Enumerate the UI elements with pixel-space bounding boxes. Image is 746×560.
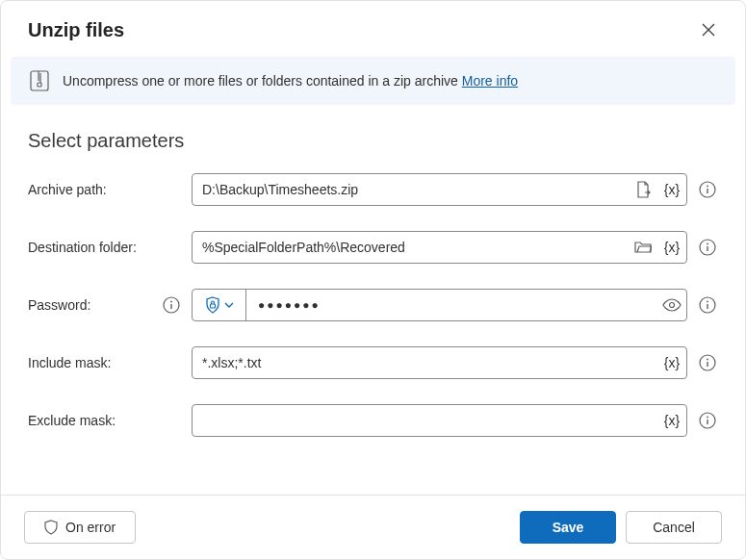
secret-type-dropdown[interactable] bbox=[193, 290, 246, 320]
section-title: Select parameters bbox=[28, 130, 718, 152]
info-button[interactable] bbox=[697, 352, 718, 373]
svg-point-7 bbox=[170, 301, 172, 303]
info-icon bbox=[699, 354, 716, 371]
folder-picker-button[interactable] bbox=[629, 232, 657, 263]
file-picker-button[interactable] bbox=[629, 174, 657, 205]
destination-input[interactable] bbox=[193, 232, 629, 263]
reveal-password-button[interactable] bbox=[657, 290, 686, 320]
svg-point-3 bbox=[707, 186, 708, 188]
zip-icon bbox=[30, 70, 49, 91]
chevron-down-icon bbox=[224, 302, 234, 308]
banner-text: Uncompress one or more files or folders … bbox=[63, 73, 518, 89]
info-button[interactable] bbox=[697, 179, 718, 200]
save-button[interactable]: Save bbox=[520, 511, 616, 544]
info-icon bbox=[699, 181, 716, 198]
svg-point-11 bbox=[707, 301, 708, 303]
variable-button[interactable]: {x} bbox=[657, 174, 686, 205]
include-mask-label: Include mask: bbox=[28, 355, 182, 370]
variable-button[interactable]: {x} bbox=[657, 347, 686, 378]
variable-button[interactable]: {x} bbox=[657, 232, 686, 263]
more-info-link[interactable]: More info bbox=[462, 73, 518, 89]
info-icon bbox=[699, 296, 716, 314]
svg-point-5 bbox=[707, 243, 708, 245]
exclude-mask-input[interactable] bbox=[193, 405, 657, 436]
close-icon bbox=[702, 23, 715, 37]
exclude-mask-label: Exclude mask: bbox=[28, 413, 182, 428]
svg-rect-1 bbox=[38, 83, 41, 87]
info-button[interactable] bbox=[161, 294, 182, 316]
password-label: Password: bbox=[28, 297, 90, 313]
svg-rect-8 bbox=[210, 304, 215, 308]
svg-point-13 bbox=[707, 359, 708, 361]
shield-icon bbox=[44, 520, 58, 535]
eye-icon bbox=[662, 298, 682, 312]
destination-label: Destination folder: bbox=[28, 240, 182, 255]
info-button[interactable] bbox=[697, 410, 718, 431]
shield-lock-icon bbox=[205, 296, 220, 314]
password-input[interactable]: ●●●●●●● bbox=[246, 290, 657, 320]
info-icon bbox=[699, 239, 716, 256]
file-arrow-icon bbox=[635, 181, 651, 198]
info-icon bbox=[699, 412, 716, 429]
info-button[interactable] bbox=[697, 237, 718, 258]
svg-point-9 bbox=[670, 303, 675, 308]
info-icon bbox=[163, 296, 180, 314]
archive-path-label: Archive path: bbox=[28, 182, 182, 197]
info-button[interactable] bbox=[697, 294, 718, 316]
svg-point-15 bbox=[707, 417, 708, 419]
variable-button[interactable]: {x} bbox=[657, 405, 686, 436]
cancel-button[interactable]: Cancel bbox=[626, 511, 722, 544]
close-button[interactable] bbox=[693, 14, 724, 45]
archive-path-input[interactable] bbox=[193, 174, 629, 205]
svg-rect-0 bbox=[31, 71, 48, 90]
on-error-button[interactable]: On error bbox=[24, 511, 136, 544]
folder-open-icon bbox=[634, 240, 652, 255]
include-mask-input[interactable] bbox=[193, 347, 657, 378]
dialog-title: Unzip files bbox=[28, 19, 124, 41]
info-banner: Uncompress one or more files or folders … bbox=[11, 57, 735, 105]
